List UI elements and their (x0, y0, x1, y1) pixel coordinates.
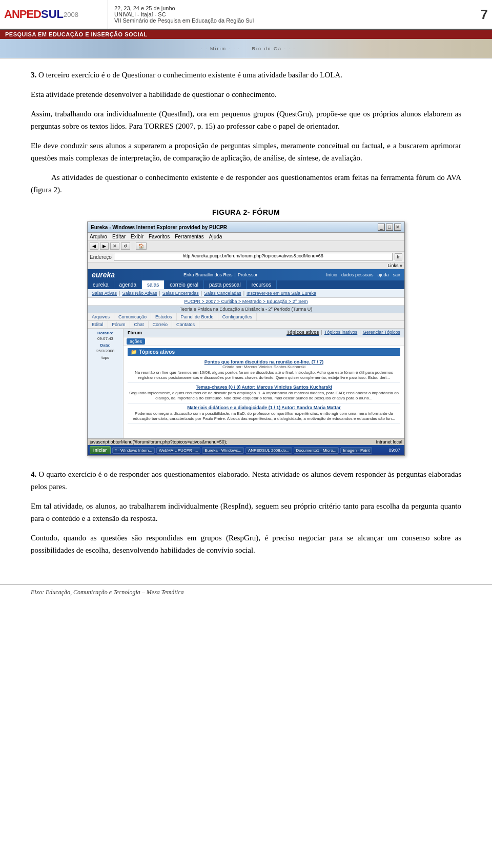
nav-correio[interactable]: correio geral (165, 280, 204, 289)
sub-arquivos[interactable]: Arquivos (88, 313, 114, 320)
back-btn[interactable]: ◀ (90, 243, 98, 250)
forward-btn[interactable]: ▶ (100, 243, 109, 250)
browser-titlebar: Eureka - Windows Internet Explorer provi… (88, 222, 404, 233)
status-right: Intranet local (376, 439, 402, 445)
subtitle-text: PESQUISA EM EDUCAÇÃO E INSERÇÃO SOCIAL (5, 31, 148, 37)
topico-3-title[interactable]: Materiais didáticos e a dialogicidade (1… (129, 405, 399, 410)
status-text: javascript:obterMenu('/forum/forum.php?t… (90, 439, 227, 445)
footer: Eixo: Educação, Comunicação e Tecnologia… (0, 584, 492, 600)
go-btn[interactable]: Ir (395, 253, 403, 260)
nav-dados[interactable]: dados pessoais (341, 272, 374, 277)
nav-inicio[interactable]: Início (326, 272, 337, 277)
folder-icon: 📁 (131, 349, 137, 355)
forum-tabs: Tópicos ativos | Tópicos inativos | Gere… (286, 330, 400, 336)
sub-painel[interactable]: Painel de Bordo (177, 313, 218, 320)
maximize-btn[interactable]: □ (386, 224, 393, 231)
minimize-btn[interactable]: _ (378, 224, 385, 231)
nav-eureka[interactable]: eureka (88, 280, 114, 289)
sub-config[interactable]: Configurações (218, 313, 257, 320)
sub-estudos[interactable]: Estudos (151, 313, 177, 320)
browser-controls: _ □ ✕ (378, 224, 401, 231)
eureka-logo: eureka (92, 271, 115, 279)
refresh-btn[interactable]: ↺ (121, 243, 130, 250)
paragraph-4: Ele deve conduzir seus alunos a superare… (31, 139, 461, 164)
topico-1-title[interactable]: Pontos que foram discutidos na reunião o… (129, 359, 399, 365)
forum-actions-bar: Fórum Tópicos ativos | Tópicos inativos … (124, 329, 404, 337)
topico-2-title[interactable]: Temas-chaves (0 / 0) Autor: Marcus Vinic… (129, 385, 399, 390)
browser-menubar: Arquivo Editar Exibir Favoritos Ferramen… (88, 233, 404, 241)
main-content: 3. O terceiro exercício é o de Questiona… (0, 58, 492, 574)
taskbar-btn-4[interactable]: ANPEDSUL 2008.do... (245, 447, 292, 454)
start-btn[interactable]: Iniciar (90, 446, 111, 454)
logo-area: ANPEDSUL2008 (0, 0, 108, 29)
tab-gerenciar[interactable]: Gerenciar Tópicos (363, 330, 400, 336)
sub2-forum[interactable]: Fórum (108, 321, 130, 328)
menu-ferramentas[interactable]: Ferramentas (175, 234, 204, 239)
course-title: Teoria e Prática na Educação a Distância… (180, 307, 312, 312)
salas-nao-ativas[interactable]: Salas Não Ativas (122, 291, 157, 296)
browser-window: Eureka - Windows Internet Explorer provi… (87, 221, 405, 456)
taskbar-btn-5[interactable]: Documento1 - Micro... (294, 447, 339, 454)
paragraph-3: Assim, trabalhando ora individualmente (… (31, 108, 461, 132)
topico-item-2: Temas-chaves (0 / 0) Autor: Marcus Vinic… (128, 383, 400, 403)
topicos-header: 📁 Tópicos ativos (128, 348, 400, 356)
section3-heading: 3. O terceiro exercício é o de Questiona… (31, 69, 461, 81)
browser-title: Eureka - Windows Internet Explorer provi… (91, 225, 227, 230)
sub2-edital[interactable]: Edital (88, 321, 108, 328)
sub2-chat[interactable]: Chat (130, 321, 149, 328)
forum-area: Horário: 09:07:43 Data: 25/3/2008 tops F… (88, 329, 404, 438)
salas-inscrever[interactable]: Inscrever-se em uma Sala Eureka (247, 291, 316, 296)
acoes-btn[interactable]: ações (127, 338, 145, 345)
nav-agenda[interactable]: agenda (114, 280, 142, 289)
tab-topicos-ativos[interactable]: Tópicos ativos (286, 330, 319, 336)
menu-favoritos[interactable]: Favoritos (149, 234, 170, 239)
map-cities: · · · Mirim · · · Rio do Ga · · · (196, 46, 296, 51)
nav-recursos[interactable]: recursos (247, 280, 277, 289)
logo-anped: ANPED (4, 8, 41, 21)
menu-editar[interactable]: Editar (112, 234, 126, 239)
nav-sair[interactable]: sair (393, 272, 400, 277)
forum-title-display: Fórum (128, 330, 142, 335)
nav-ajuda[interactable]: ajuda (377, 272, 388, 277)
sub2-contatos[interactable]: Contatos (172, 321, 199, 328)
path-text[interactable]: PUCPR > 2007 > Curitiba > Mestrado > Edu… (184, 299, 308, 304)
menu-arquivo[interactable]: Arquivo (90, 234, 107, 239)
sidebar-horario-val: 09:07:43 (90, 336, 121, 341)
home-btn[interactable]: 🏠 (136, 243, 147, 250)
topico-1-meta: Criado por: Marcus Vinicius Santos Kucha… (129, 365, 399, 369)
sidebar-tops: tops (90, 355, 121, 360)
close-btn[interactable]: ✕ (394, 224, 401, 231)
taskbar-btn-2[interactable]: WebMAIL PUCPR -... (156, 447, 200, 454)
sub-nav-bar: Arquivos Comunicação Estudos Painel de B… (88, 313, 404, 321)
menu-ajuda[interactable]: Ajuda (209, 234, 222, 239)
taskbar-btn-3[interactable]: Eureka - Windows... (202, 447, 244, 454)
salas-encerradas[interactable]: Salas Encerradas (162, 291, 199, 296)
header-seminar: VII Seminário de Pesquisa em Educação da… (114, 17, 254, 24)
forum-content: 📁 Tópicos ativos Pontos que foram discut… (124, 346, 404, 438)
toolbar-separator (133, 242, 133, 250)
nav-pasta[interactable]: pasta pessoal (204, 280, 247, 289)
topicos-header-label: Tópicos ativos (139, 349, 175, 355)
paragraph-8: Contudo, quando as questões são respondi… (31, 532, 461, 556)
sub-comunicacao[interactable]: Comunicação (114, 313, 151, 320)
map-strip: · · · Mirim · · · Rio do Ga · · · (0, 39, 492, 58)
header-date: 22, 23, 24 e 25 de junho (114, 5, 254, 11)
taskbar-time: 09:07 (386, 448, 402, 453)
topico-item-3: Materiais didáticos e a dialogicidade (1… (128, 403, 400, 424)
taskbar-btn-6[interactable]: Imagen - Paint (340, 447, 372, 454)
stop-btn[interactable]: ✕ (110, 243, 119, 250)
menu-exibir[interactable]: Exibir (131, 234, 144, 239)
nav-salas[interactable]: salas (142, 280, 165, 289)
salas-ativas[interactable]: Salas Ativas (92, 291, 117, 296)
address-input[interactable]: http://eureka.pucpr.br/forum/forum.php?t… (114, 253, 393, 261)
user-info: Erika Branallin dos Reis | Professor (183, 272, 257, 277)
topico-3-desc: Podemos começar a discussão com a possib… (129, 411, 399, 422)
taskbar-btn-1[interactable]: # - Windows Intern... (112, 447, 155, 454)
path-bar: PUCPR > 2007 > Curitiba > Mestrado > Edu… (88, 298, 404, 306)
links-bar: Links » (88, 263, 404, 269)
sub2-correio[interactable]: Correio (149, 321, 173, 328)
address-bar: Endereço http://eureka.pucpr.br/forum/fo… (88, 252, 404, 263)
salas-canceladas[interactable]: Salas Canceladas (204, 291, 241, 296)
tab-topicos-inativos[interactable]: Tópicos inativos (324, 330, 358, 336)
subtitle-bar: PESQUISA EM EDUCAÇÃO E INSERÇÃO SOCIAL (0, 30, 492, 39)
